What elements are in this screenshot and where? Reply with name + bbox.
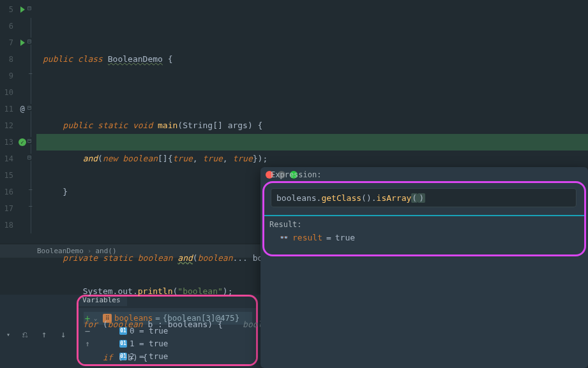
annotation-icon: @ — [20, 105, 24, 114]
run-main-icon[interactable] — [20, 40, 25, 46]
var-item-1[interactable]: 1 = true — [130, 337, 168, 350]
run-gutter: @ ✓ — [17, 0, 27, 244]
expression-input[interactable]: booleans.getClass().isArray() — [271, 188, 577, 207]
expression-highlight-box: booleans.getClass().isArray() Result: 👓 … — [262, 181, 586, 256]
line-number-gutter: 567 8910 111213 141516 1718 — [0, 0, 17, 244]
result-label: Result: — [269, 220, 302, 229]
expression-label: Expression: — [271, 170, 321, 179]
watch-icon: 👓 — [280, 233, 289, 242]
breakpoint-hit-icon[interactable]: ✓ — [19, 138, 26, 146]
thread-dropdown-icon[interactable] — [3, 326, 14, 342]
primitive-icon: 01 — [119, 340, 127, 348]
restore-layout-icon[interactable]: ⎌ — [17, 326, 33, 342]
up-stack-icon[interactable]: ↑ — [36, 326, 52, 342]
run-class-icon[interactable] — [20, 6, 25, 13]
expression-divider — [264, 215, 584, 216]
result-row[interactable]: 👓 result = true — [280, 233, 355, 242]
execution-line-highlight — [36, 134, 588, 151]
evaluate-expression-popup[interactable]: Expression: booleans.getClass().isArray(… — [260, 167, 588, 368]
fold-gutter — [27, 0, 36, 244]
down-stack-icon[interactable]: ↓ — [55, 326, 72, 342]
variables-tab[interactable]: Variables — [77, 295, 127, 306]
move-up-icon[interactable]: ↑ — [84, 337, 91, 350]
